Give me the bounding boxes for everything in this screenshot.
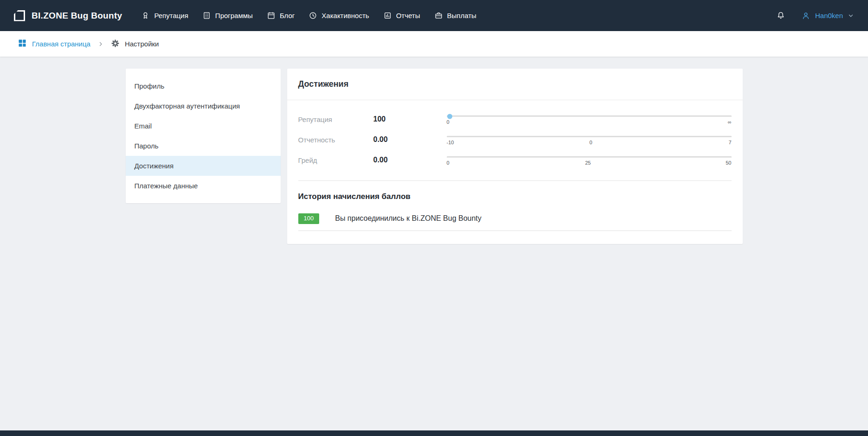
metric-scale: -10 0 7 bbox=[447, 135, 732, 145]
points-history-title: История начисления баллов bbox=[298, 192, 732, 201]
metric-label: Грейд bbox=[298, 155, 373, 164]
nav-item-hackactivity[interactable]: Хакактивность bbox=[302, 6, 376, 25]
metrics-section: Репутация 100 0 ∞ Отчетность bbox=[298, 100, 732, 181]
scale-marker-dot bbox=[447, 114, 452, 119]
metric-label: Репутация bbox=[298, 114, 373, 123]
scale-ticks: 0 25 50 bbox=[447, 160, 732, 166]
bar-chart-icon bbox=[383, 11, 392, 20]
history-entry-text: Вы присоединились к Bi.ZONE Bug Bounty bbox=[335, 214, 482, 223]
username-label: Han0ken bbox=[815, 12, 843, 19]
tick-max: 50 bbox=[726, 160, 731, 166]
dashboard-grid-icon bbox=[18, 38, 27, 49]
chevron-down-icon bbox=[848, 13, 854, 19]
settings-menu-item-achievements[interactable]: Достижения bbox=[126, 156, 281, 176]
breadcrumb-home-label: Главная страница bbox=[32, 40, 90, 48]
breadcrumb-home-link[interactable]: Главная страница bbox=[18, 38, 90, 49]
briefcase-icon bbox=[434, 11, 443, 20]
settings-menu-item-2fa[interactable]: Двухфакторная аутентификация bbox=[126, 96, 281, 116]
metric-value: 100 bbox=[373, 114, 447, 123]
scale-track bbox=[447, 156, 732, 158]
achievements-card: Достижения Репутация 100 0 ∞ bbox=[287, 69, 743, 244]
building-icon bbox=[202, 11, 211, 20]
metric-row-reputation: Репутация 100 0 ∞ bbox=[298, 114, 732, 125]
nav-item-blog[interactable]: Блог bbox=[260, 6, 302, 25]
notifications-bell-button[interactable] bbox=[774, 9, 787, 22]
navbar-right: Han0ken bbox=[774, 9, 854, 22]
metric-value: 0.00 bbox=[373, 135, 447, 144]
footer-bar bbox=[0, 430, 868, 436]
nav-item-programs[interactable]: Программы bbox=[195, 6, 260, 25]
tick-mid bbox=[587, 119, 591, 125]
main-content: Профиль Двухфакторная аутентификация Ema… bbox=[0, 57, 868, 244]
nav-item-label: Выплаты bbox=[447, 12, 476, 19]
breadcrumb-current: Настройки bbox=[111, 39, 159, 49]
points-badge: 100 bbox=[298, 213, 320, 224]
user-icon bbox=[801, 11, 810, 20]
history-entry: 100 Вы присоединились к Bi.ZONE Bug Boun… bbox=[298, 213, 732, 231]
settings-menu: Профиль Двухфакторная аутентификация Ema… bbox=[126, 69, 281, 203]
settings-menu-item-payment[interactable]: Платежные данные bbox=[126, 176, 281, 196]
settings-menu-item-password[interactable]: Пароль bbox=[126, 136, 281, 156]
chevron-right-icon bbox=[98, 41, 103, 47]
brand[interactable]: BI.ZONE Bug Bounty bbox=[14, 10, 122, 21]
calendar-icon bbox=[267, 11, 276, 20]
metric-row-grade: Грейд 0.00 0 25 50 bbox=[298, 155, 732, 166]
nav-item-label: Хакактивность bbox=[321, 12, 369, 19]
nav-item-label: Репутация bbox=[154, 12, 188, 19]
nav-item-reports[interactable]: Отчеты bbox=[376, 6, 427, 25]
scale-ticks: 0 ∞ bbox=[447, 119, 732, 125]
breadcrumb-current-label: Настройки bbox=[125, 40, 159, 48]
tick-max: ∞ bbox=[728, 119, 732, 125]
tick-min: -10 bbox=[447, 140, 454, 145]
metric-scale: 0 ∞ bbox=[447, 114, 732, 125]
tick-mid: 25 bbox=[585, 160, 591, 166]
bell-icon bbox=[776, 11, 785, 20]
achievements-title: Достижения bbox=[287, 69, 743, 100]
metric-scale: 0 25 50 bbox=[447, 155, 732, 166]
history-clock-icon bbox=[309, 11, 317, 20]
tick-min: 0 bbox=[447, 119, 450, 125]
tick-max: 7 bbox=[728, 140, 732, 145]
metric-row-reporting: Отчетность 0.00 -10 0 7 bbox=[298, 135, 732, 145]
user-menu[interactable]: Han0ken bbox=[801, 11, 854, 20]
nav-item-label: Программы bbox=[215, 12, 253, 19]
scale-track bbox=[447, 136, 732, 137]
scale-track bbox=[447, 115, 732, 117]
metric-value: 0.00 bbox=[373, 155, 447, 164]
metric-label: Отчетность bbox=[298, 135, 373, 144]
nav-item-label: Отчеты bbox=[396, 12, 420, 19]
navbar: BI.ZONE Bug Bounty Репутация Программы Б… bbox=[0, 0, 868, 31]
nav-item-reputation[interactable]: Репутация bbox=[134, 6, 195, 25]
points-history-section: История начисления баллов 100 Вы присоед… bbox=[287, 181, 743, 244]
nav-item-payouts[interactable]: Выплаты bbox=[427, 6, 483, 25]
tick-mid: 0 bbox=[589, 140, 592, 145]
bizone-logo-icon bbox=[14, 10, 25, 21]
gear-icon bbox=[111, 39, 120, 49]
brand-title: BI.ZONE Bug Bounty bbox=[32, 11, 122, 21]
scale-ticks: -10 0 7 bbox=[447, 140, 732, 145]
settings-menu-item-email[interactable]: Email bbox=[126, 116, 281, 136]
breadcrumb: Главная страница Настройки bbox=[0, 31, 868, 57]
main-nav: Репутация Программы Блог Хакактивность О… bbox=[134, 6, 483, 25]
nav-item-label: Блог bbox=[280, 12, 295, 19]
tick-min: 0 bbox=[447, 160, 450, 166]
settings-menu-item-profile[interactable]: Профиль bbox=[126, 76, 281, 96]
medal-icon bbox=[141, 11, 150, 20]
